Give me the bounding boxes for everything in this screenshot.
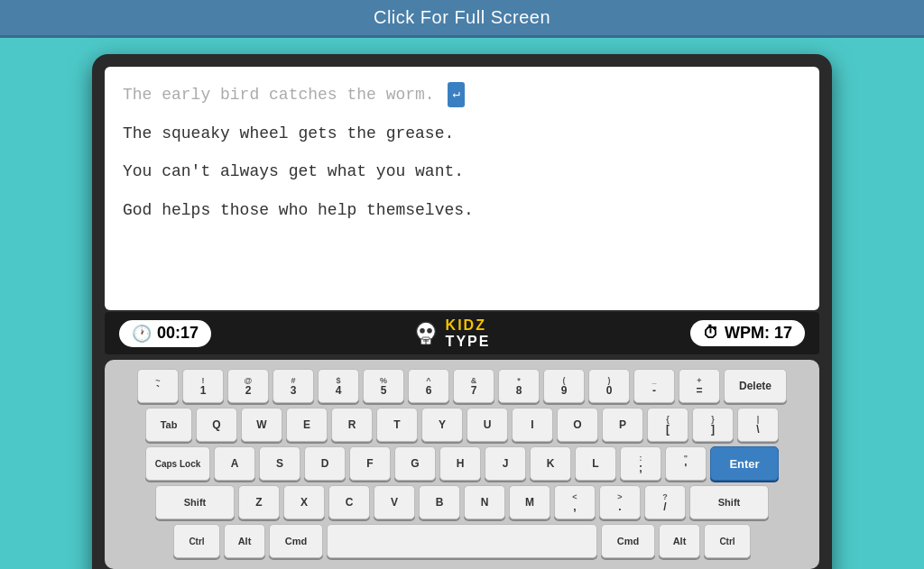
timer-display: 🕐 00:17 — [119, 320, 211, 347]
key-semicolon[interactable]: :; — [620, 446, 661, 481]
key-p[interactable]: P — [602, 408, 643, 442]
key-capslock[interactable]: Caps Lock — [145, 446, 210, 481]
key-l[interactable]: L — [575, 446, 616, 481]
key-w[interactable]: W — [241, 408, 282, 442]
key-equals[interactable]: += — [679, 369, 720, 403]
key-rbracket[interactable]: }] — [692, 408, 734, 442]
status-bar: 🕐 00:17 KIDZ TYPE — [105, 312, 819, 354]
key-n[interactable]: N — [464, 485, 505, 519]
key-space[interactable] — [327, 524, 597, 558]
key-5[interactable]: %5 — [363, 369, 404, 403]
clock-icon: 🕐 — [132, 324, 152, 344]
typing-screen[interactable]: The early bird catches the worm. ↵ The s… — [105, 67, 819, 310]
key-cmd-left[interactable]: Cmd — [269, 524, 323, 558]
key-2[interactable]: @2 — [227, 369, 269, 403]
key-row-2: Tab Q W E R T Y U I O P {[ }] |\ — [114, 408, 810, 442]
typing-line-1: The squeaky wheel gets the grease. — [123, 120, 801, 148]
key-g[interactable]: G — [394, 446, 436, 481]
key-alt-left[interactable]: Alt — [224, 524, 265, 558]
key-k[interactable]: K — [530, 446, 571, 481]
timer-value: 00:17 — [157, 324, 199, 343]
key-period[interactable]: >. — [599, 485, 641, 519]
key-ctrl-right[interactable]: Ctrl — [704, 524, 751, 558]
key-i[interactable]: I — [512, 408, 553, 442]
key-z[interactable]: Z — [238, 485, 280, 519]
key-c[interactable]: C — [328, 485, 370, 519]
main-area: The early bird catches the worm. ↵ The s… — [0, 38, 924, 569]
key-row-5: Ctrl Alt Cmd Cmd Alt Ctrl — [114, 524, 810, 558]
key-row-4: Shift Z X C V B N M <, >. ?/ Shift — [114, 485, 810, 519]
key-tab[interactable]: Tab — [145, 408, 192, 442]
key-row-3: Caps Lock A S D F G H J K L :; "' Enter — [114, 446, 810, 481]
key-e[interactable]: E — [286, 408, 328, 442]
key-m[interactable]: M — [509, 485, 550, 519]
key-ctrl-left[interactable]: Ctrl — [173, 524, 220, 558]
skull-icon — [411, 319, 440, 348]
key-backtick[interactable]: ~` — [137, 369, 179, 403]
key-backslash[interactable]: |\ — [737, 408, 779, 442]
typing-line-2: You can't always get what you want. — [123, 158, 801, 186]
key-quote[interactable]: "' — [665, 446, 707, 481]
enter-icon: ↵ — [448, 82, 464, 107]
key-enter[interactable]: Enter — [710, 446, 779, 481]
key-shift-right[interactable]: Shift — [689, 485, 769, 519]
fullscreen-bar[interactable]: Click For Full Screen — [0, 0, 924, 38]
speedometer-icon: ⏱ — [703, 324, 719, 343]
logo-type: TYPE — [446, 334, 491, 350]
wpm-display: ⏱ WPM: 17 — [690, 320, 805, 346]
key-shift-left[interactable]: Shift — [155, 485, 235, 519]
logo-kidz: KIDZ — [446, 317, 491, 334]
key-y[interactable]: Y — [421, 408, 463, 442]
key-cmd-right[interactable]: Cmd — [601, 524, 655, 558]
key-j[interactable]: J — [485, 446, 526, 481]
key-9[interactable]: (9 — [543, 369, 585, 403]
wpm-value: WPM: 17 — [725, 324, 792, 343]
key-b[interactable]: B — [419, 485, 460, 519]
key-slash[interactable]: ?/ — [644, 485, 686, 519]
svg-rect-6 — [422, 337, 430, 339]
key-f[interactable]: F — [349, 446, 391, 481]
key-minus[interactable]: _- — [633, 369, 675, 403]
key-0[interactable]: )0 — [588, 369, 630, 403]
key-q[interactable]: Q — [196, 408, 237, 442]
key-d[interactable]: D — [304, 446, 346, 481]
key-comma[interactable]: <, — [554, 485, 596, 519]
logo-area: KIDZ TYPE — [411, 317, 491, 349]
key-o[interactable]: O — [557, 408, 598, 442]
key-3[interactable]: #3 — [273, 369, 314, 403]
key-8[interactable]: *8 — [498, 369, 540, 403]
key-lbracket[interactable]: {[ — [647, 408, 688, 442]
typing-line-3: God helps those who help themselves. — [123, 197, 801, 225]
key-h[interactable]: H — [439, 446, 481, 481]
key-s[interactable]: S — [259, 446, 300, 481]
completed-line: The early bird catches the worm. ↵ — [123, 81, 801, 109]
key-row-1: ~` !1 @2 #3 $4 %5 ^6 — [114, 369, 810, 403]
key-x[interactable]: X — [283, 485, 325, 519]
key-delete[interactable]: Delete — [724, 369, 787, 403]
key-1[interactable]: !1 — [182, 369, 224, 403]
key-alt-right[interactable]: Alt — [659, 524, 700, 558]
laptop: The early bird catches the worm. ↵ The s… — [92, 54, 832, 569]
key-6[interactable]: ^6 — [408, 369, 449, 403]
svg-point-2 — [427, 328, 432, 334]
key-v[interactable]: V — [374, 485, 415, 519]
key-t[interactable]: T — [376, 408, 418, 442]
key-a[interactable]: A — [214, 446, 255, 481]
key-r[interactable]: R — [331, 408, 373, 442]
key-4[interactable]: $4 — [318, 369, 359, 403]
fullscreen-label: Click For Full Screen — [374, 7, 550, 27]
key-7[interactable]: &7 — [453, 369, 494, 403]
svg-point-1 — [420, 328, 425, 334]
key-u[interactable]: U — [467, 408, 508, 442]
keyboard: ~` !1 @2 #3 $4 %5 ^6 — [105, 360, 819, 569]
